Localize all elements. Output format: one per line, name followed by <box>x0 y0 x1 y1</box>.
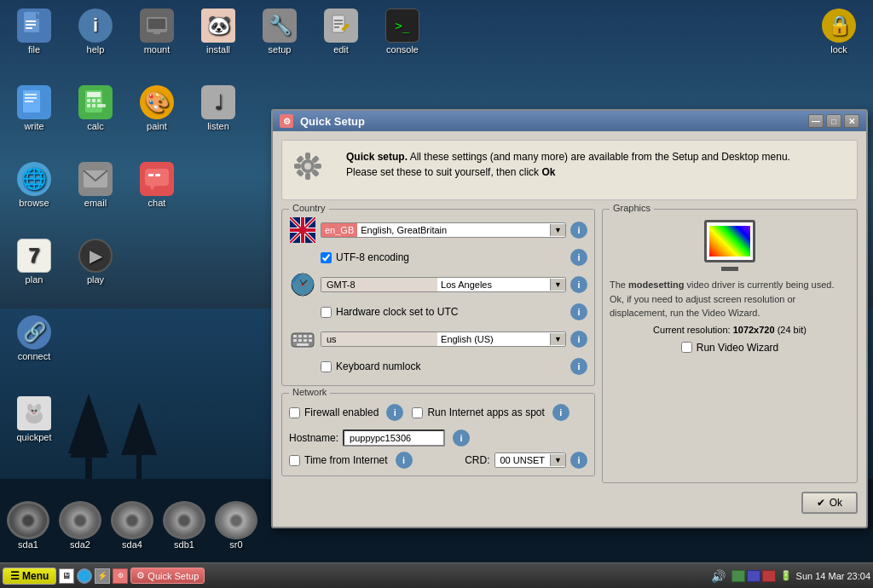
svg-rect-41 <box>148 174 153 176</box>
time-label: Time from Internet <box>304 454 388 466</box>
svg-rect-77 <box>298 335 302 337</box>
video-wizard-row: Run Video Wizard <box>610 342 850 354</box>
icon-plan[interactable]: 7 plan <box>4 234 64 289</box>
utf8-info-btn[interactable]: i <box>570 249 587 266</box>
icon-lock[interactable]: 🔒 lock <box>809 4 869 59</box>
icon-help[interactable]: i help <box>66 4 125 59</box>
locale-select[interactable]: en_GB English, GreatBritain ▼ <box>321 222 566 238</box>
timezone-select[interactable]: GMT-8 Los Angeles ▼ <box>321 277 566 292</box>
icon-write[interactable]: write <box>4 81 64 135</box>
svg-rect-81 <box>298 339 302 342</box>
drive-sda2[interactable]: sda2 <box>56 499 104 552</box>
spot-checkbox[interactable] <box>412 407 423 418</box>
taskbar-icon2[interactable]: 🌐 <box>77 568 92 584</box>
icon-browse[interactable]: 🌐 browse <box>4 158 64 212</box>
hwclock-checkbox[interactable] <box>321 307 332 318</box>
dialog-info-header: Quick setup. All these settings (and man… <box>281 140 858 200</box>
drive-sr0[interactable]: sr0 <box>212 499 260 552</box>
ok-icon: ✔ <box>817 497 825 509</box>
hostname-label: Hostname: <box>289 432 338 444</box>
timezone-arrow[interactable]: ▼ <box>550 279 565 291</box>
keyboard-info-btn[interactable]: i <box>570 331 587 348</box>
svg-point-45 <box>27 404 32 411</box>
icon-email[interactable]: email <box>66 158 125 212</box>
svg-rect-37 <box>97 104 106 107</box>
drive-icons: sda1 sda2 sda4 sdb1 sr0 <box>4 499 260 552</box>
icon-quickpet[interactable]: quickpet <box>4 392 64 447</box>
icon-listen[interactable]: ♩ listen <box>188 81 248 135</box>
maximize-button[interactable]: □ <box>826 114 841 128</box>
timezone-name: Los Angeles <box>437 278 550 291</box>
country-legend: Country <box>289 203 329 213</box>
drive-sda1[interactable]: sda1 <box>4 499 52 552</box>
icon-play[interactable]: ▶ play <box>66 234 125 289</box>
drive-sda4[interactable]: sda4 <box>108 499 156 552</box>
svg-point-47 <box>32 410 34 412</box>
menu-button[interactable]: ☰ Menu <box>3 568 56 585</box>
quick-setup-dialog: ⚙ Quick Setup — □ ✕ <box>271 109 868 528</box>
active-window-button[interactable]: ⚙ Quick Setup <box>130 568 205 584</box>
network-legend: Network <box>289 387 330 397</box>
monitor-container <box>610 220 850 271</box>
icon-mount[interactable]: mount <box>127 4 187 59</box>
numlock-checkbox[interactable] <box>321 361 332 372</box>
locale-arrow[interactable]: ▼ <box>550 224 565 236</box>
locale-code: en_GB <box>321 223 357 237</box>
row3-icons: 🌐 browse email chat <box>0 153 191 216</box>
icon-file[interactable]: file <box>4 4 64 59</box>
timezone-info-btn[interactable]: i <box>570 276 587 293</box>
row6-icons: quickpet <box>0 388 68 451</box>
locale-info-btn[interactable]: i <box>570 222 587 239</box>
icon-connect[interactable]: 🔗 connect <box>4 311 64 366</box>
crd-info-btn[interactable]: i <box>570 452 587 469</box>
flag-timezone <box>289 271 316 298</box>
keyboard-arrow[interactable]: ▼ <box>550 333 565 345</box>
icon-calc[interactable]: calc <box>66 81 125 135</box>
close-button[interactable]: ✕ <box>844 114 859 128</box>
battery-tray-icon: 🔋 <box>780 570 792 581</box>
svg-rect-78 <box>304 335 307 337</box>
firewall-info-btn[interactable]: i <box>386 404 403 421</box>
spot-info-btn[interactable]: i <box>552 404 569 421</box>
graphics-description: The modesetting video driver is currentl… <box>610 278 850 320</box>
bit-depth: (24 bit) <box>778 325 807 335</box>
svg-rect-54 <box>294 164 301 169</box>
timezone-row: GMT-8 Los Angeles ▼ i <box>289 271 587 298</box>
taskbar-icon3[interactable]: ⚡ <box>95 568 110 584</box>
ok-button[interactable]: ✔ Ok <box>801 492 858 514</box>
video-wizard-label: Run Video Wizard <box>697 342 779 354</box>
keyboard-select[interactable]: us English (US) ▼ <box>321 331 566 347</box>
drive-sdb1[interactable]: sdb1 <box>160 499 208 552</box>
crd-arrow[interactable]: ▼ <box>550 454 565 466</box>
ok-label: Ok <box>830 497 842 509</box>
icon-chat[interactable]: chat <box>127 158 187 212</box>
numlock-row: Keyboard numlock i <box>321 358 587 375</box>
video-wizard-checkbox[interactable] <box>681 342 692 353</box>
firewall-checkbox[interactable] <box>289 407 300 418</box>
hwclock-row: Hardware clock set to UTC i <box>321 303 587 320</box>
icon-install[interactable]: 🐼 install <box>188 4 248 59</box>
crd-select[interactable]: 00 UNSET ▼ <box>494 453 567 468</box>
svg-rect-34 <box>97 99 101 102</box>
minimize-button[interactable]: — <box>808 114 824 128</box>
time-info-btn[interactable]: i <box>396 452 413 469</box>
icon-setup[interactable]: 🔧 setup <box>250 4 309 59</box>
net-icon1[interactable] <box>731 570 745 582</box>
icon-console[interactable]: >_ console <box>373 4 432 59</box>
volume-tray-icon[interactable]: 🔊 <box>710 568 727 585</box>
hostname-input[interactable] <box>343 429 445 447</box>
hostname-item: Hostname: i <box>289 429 470 447</box>
icon-paint[interactable]: 🎨 paint <box>127 81 187 135</box>
hwclock-info-btn[interactable]: i <box>570 303 587 320</box>
spot-item: Run Internet apps as spot i <box>412 404 569 421</box>
net-icon3[interactable] <box>762 570 776 582</box>
info-bold: Quick setup. <box>346 151 408 163</box>
net-icon2[interactable] <box>747 570 760 582</box>
numlock-info-btn[interactable]: i <box>570 358 587 375</box>
time-checkbox[interactable] <box>289 455 300 466</box>
hostname-info-btn[interactable]: i <box>453 429 470 447</box>
utf8-checkbox[interactable] <box>321 252 332 263</box>
taskbar-icon1[interactable]: 🖥 <box>59 568 74 584</box>
top-icons-row: file i help mount 🐼 install 🔧 setup <box>0 0 436 63</box>
icon-edit[interactable]: edit <box>311 4 371 59</box>
